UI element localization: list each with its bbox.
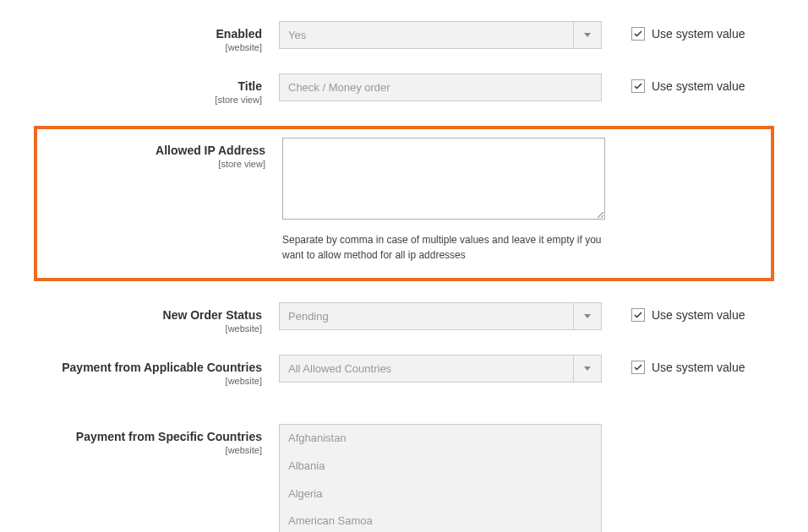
country-option[interactable]: Albania	[280, 453, 601, 480]
row-allowed-ip: Allowed IP Address [store view] Separate…	[37, 138, 771, 263]
title-label: Title	[34, 79, 262, 93]
new-order-status-scope: [website]	[34, 323, 262, 334]
row-payment-specific: Payment from Specific Countries [website…	[34, 424, 774, 532]
country-option[interactable]: Algeria	[280, 480, 601, 508]
title-value: Check / Money order	[280, 81, 601, 94]
allowed-ip-label: Allowed IP Address	[37, 144, 265, 157]
chevron-down-icon	[573, 356, 601, 382]
use-system-wrap: Use system value	[631, 302, 745, 322]
control-col: Pending	[279, 302, 602, 330]
payment-applicable-use-system-checkbox[interactable]	[631, 361, 645, 374]
row-payment-applicable: Payment from Applicable Countries [websi…	[34, 355, 774, 386]
row-enabled: Enabled [website] Yes Use system value	[34, 21, 774, 52]
enabled-scope: [website]	[34, 42, 262, 52]
label-col: Payment from Applicable Countries [websi…	[34, 355, 279, 386]
row-new-order-status: New Order Status [website] Pending Use s…	[34, 302, 774, 334]
control-col: Separate by comma in case of multiple va…	[282, 138, 605, 263]
use-system-label: Use system value	[652, 27, 745, 41]
control-col: AfghanistanAlbaniaAlgeriaAmerican SamoaA…	[279, 424, 602, 532]
country-option[interactable]: American Samoa	[280, 508, 601, 532]
payment-specific-scope: [website]	[34, 445, 262, 455]
enabled-select[interactable]: Yes	[279, 21, 602, 49]
row-title: Title [store view] Check / Money order U…	[34, 73, 774, 105]
payment-specific-label: Payment from Specific Countries	[34, 430, 262, 443]
payment-applicable-select[interactable]: All Allowed Countries	[279, 355, 602, 383]
enabled-use-system-checkbox[interactable]	[631, 27, 645, 41]
country-option[interactable]: Afghanistan	[280, 425, 601, 453]
payment-applicable-label: Payment from Applicable Countries	[34, 361, 262, 374]
use-system-wrap: Use system value	[631, 21, 745, 41]
use-system-label: Use system value	[652, 361, 745, 374]
chevron-down-icon	[573, 22, 601, 48]
label-col: Allowed IP Address [store view]	[37, 138, 282, 169]
title-scope: [store view]	[34, 95, 262, 105]
allowed-ip-textarea[interactable]	[282, 138, 605, 220]
label-col: Title [store view]	[34, 73, 279, 105]
chevron-down-icon	[573, 303, 601, 329]
control-col: Check / Money order	[279, 73, 602, 101]
label-col: Enabled [website]	[34, 21, 279, 52]
spacer	[34, 407, 774, 424]
enabled-label: Enabled	[34, 27, 262, 41]
title-input[interactable]: Check / Money order	[279, 73, 602, 101]
label-col: New Order Status [website]	[34, 302, 279, 334]
title-use-system-checkbox[interactable]	[631, 79, 645, 93]
label-col: Payment from Specific Countries [website…	[34, 424, 279, 455]
new-order-status-value: Pending	[280, 310, 573, 323]
allowed-ip-highlight: Allowed IP Address [store view] Separate…	[34, 126, 774, 281]
allowed-ip-scope: [store view]	[37, 159, 265, 169]
use-system-label: Use system value	[652, 79, 745, 93]
new-order-status-use-system-checkbox[interactable]	[631, 308, 645, 322]
allowed-ip-note: Separate by comma in case of multiple va…	[282, 232, 605, 263]
payment-specific-multiselect[interactable]: AfghanistanAlbaniaAlgeriaAmerican SamoaA…	[279, 424, 602, 532]
new-order-status-label: New Order Status	[34, 308, 262, 322]
new-order-status-select[interactable]: Pending	[279, 302, 602, 330]
payment-applicable-scope: [website]	[34, 376, 262, 386]
use-system-wrap: Use system value	[631, 73, 745, 93]
payment-applicable-value: All Allowed Countries	[280, 362, 573, 375]
enabled-select-value: Yes	[280, 29, 573, 41]
control-col: All Allowed Countries	[279, 355, 602, 383]
use-system-wrap: Use system value	[631, 355, 745, 374]
use-system-label: Use system value	[652, 308, 745, 322]
control-col: Yes	[279, 21, 602, 49]
